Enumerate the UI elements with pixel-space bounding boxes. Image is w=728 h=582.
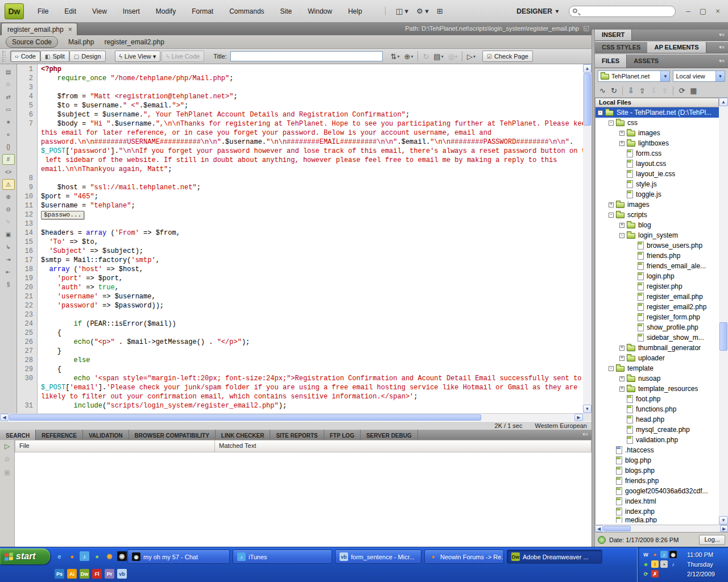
results-list[interactable] xyxy=(15,452,592,547)
design-view-button[interactable]: ▢Design xyxy=(69,51,106,62)
column-header-matched-text[interactable]: Matched Text xyxy=(215,440,592,452)
site-select[interactable]: TehPlanet.net ▼ xyxy=(598,70,670,82)
scroll-left-icon[interactable]: ◀ xyxy=(0,414,9,421)
tree-item[interactable]: -Site - TehPlanet.net (D:\TehPl... xyxy=(595,107,719,118)
search-input[interactable] xyxy=(569,6,676,17)
tree-vertical-scrollbar[interactable]: ▲ ▼ xyxy=(719,98,728,525)
menu-help[interactable]: Help xyxy=(340,5,370,18)
menu-file[interactable]: File xyxy=(30,5,56,18)
results-tab-link-checker[interactable]: LINK CHECKER xyxy=(216,430,271,440)
tree-item[interactable]: toggle.js xyxy=(595,189,719,199)
title-input[interactable] xyxy=(230,51,383,61)
task-word-doc[interactable]: vbform_sentence - Micr... xyxy=(335,550,421,564)
vb-messenger-icon[interactable]: vb xyxy=(117,569,127,579)
collapse-icon[interactable]: - xyxy=(609,213,614,218)
tree-item[interactable]: friends.php xyxy=(595,476,719,486)
close-button[interactable]: × xyxy=(713,7,722,15)
expand-icon[interactable]: + xyxy=(619,141,624,146)
synchronize-icon[interactable]: ⟳ xyxy=(679,86,685,95)
local-files-header[interactable]: Local Files xyxy=(595,98,719,107)
file-management-icon[interactable]: ⇅▾ xyxy=(391,52,400,61)
word-tray-icon[interactable]: W xyxy=(642,551,650,558)
alert-tray-icon[interactable]: ! xyxy=(651,560,659,568)
tree-item[interactable]: +uploader xyxy=(595,353,719,363)
results-tab-server-debug[interactable]: SERVER DEBUG xyxy=(361,430,418,440)
outdent-code-icon[interactable]: ⇤ xyxy=(2,267,15,277)
validate-markup-icon[interactable]: ▷▾ xyxy=(467,52,475,61)
highlight-invalid-code-icon[interactable]: <> xyxy=(2,167,15,177)
menu-site[interactable]: Site xyxy=(272,5,300,18)
results-tab-validation[interactable]: VALIDATION xyxy=(83,430,129,440)
code-view-button[interactable]: ‹›Code xyxy=(10,51,40,62)
tree-item[interactable]: +nusoap xyxy=(595,373,719,384)
tree-item[interactable]: sidebar_show_m... xyxy=(595,332,719,343)
tab-insert[interactable]: INSERT xyxy=(595,30,632,40)
tree-item[interactable]: -css xyxy=(595,118,719,128)
tree-item[interactable]: +template_resources xyxy=(595,384,719,394)
scroll-thumb[interactable] xyxy=(584,73,591,126)
menu-insert[interactable]: Insert xyxy=(115,5,148,18)
tree-item[interactable]: +images xyxy=(595,128,719,138)
media-tray-icon[interactable]: ● xyxy=(651,551,659,558)
run-search-icon[interactable]: ▷ xyxy=(5,442,10,450)
scroll-down-icon[interactable]: ▼ xyxy=(583,405,592,413)
expand-icon[interactable]: + xyxy=(619,386,624,392)
task-steam-chat[interactable]: ◉my oh my 57 - Chat xyxy=(127,550,230,564)
related-file-register-email2-php[interactable]: register_email2.php xyxy=(104,38,164,46)
tree-item[interactable]: head.php xyxy=(595,414,719,425)
open-documents-icon[interactable]: ▤ xyxy=(2,66,15,77)
results-tab-ftp-log[interactable]: FTP LOG xyxy=(324,430,361,440)
restore-button[interactable]: ▢ xyxy=(698,7,708,15)
itunes-icon[interactable]: ♪ xyxy=(80,551,89,561)
minimize-button[interactable]: – xyxy=(684,7,693,15)
tree-item[interactable]: layout_ie.css xyxy=(595,169,719,179)
collapse-selection-icon[interactable]: ▭ xyxy=(2,104,15,115)
scroll-up-icon[interactable]: ▲ xyxy=(583,64,592,73)
dreamweaver-icon[interactable]: Dw xyxy=(80,569,89,579)
preview-in-browser-icon[interactable]: ⊕▾ xyxy=(404,52,413,61)
panel-menu-icon[interactable]: ▾≡ xyxy=(715,55,728,68)
balance-braces-icon[interactable]: {} xyxy=(2,142,15,152)
get-files-icon[interactable]: ⇩ xyxy=(628,86,634,95)
extend-icon[interactable]: ⚙ ▾ xyxy=(416,7,429,15)
flash-icon[interactable]: Fl xyxy=(92,569,102,579)
photoshop-icon[interactable]: Ps xyxy=(55,569,64,579)
steam-icon[interactable]: ◉ xyxy=(117,551,127,561)
tree-item[interactable]: media.php xyxy=(595,517,719,523)
lock-tray-icon[interactable]: ▪ xyxy=(660,560,668,568)
column-header-file[interactable]: File xyxy=(15,440,215,452)
check-page-button[interactable]: ☑ Check Page xyxy=(482,51,533,62)
collapse-icon[interactable]: - xyxy=(609,120,614,126)
scroll-down-icon[interactable]: ▼ xyxy=(719,516,728,525)
chevron-down-icon[interactable]: ▼ xyxy=(660,71,669,81)
collapse-icon[interactable]: - xyxy=(619,233,624,238)
code-editor[interactable]: ▤⚙⇄▭∗«{}#<>⚠⊕⊖✎▣↳⇥⇤§ 1234567891011121314… xyxy=(0,64,592,413)
tree-item[interactable]: form.css xyxy=(595,148,719,159)
scroll-right-icon[interactable]: ▶ xyxy=(720,525,728,532)
tree-item[interactable]: index.php xyxy=(595,506,719,517)
results-tab-search[interactable]: SEARCH xyxy=(0,430,36,440)
tree-item[interactable]: functions.php xyxy=(595,404,719,414)
collapse-icon[interactable]: - xyxy=(609,366,614,371)
collapsed-code-fragment[interactable]: $passwo... xyxy=(41,211,84,219)
panel-menu-icon[interactable]: ▾≡ xyxy=(715,42,728,53)
cascade-icon[interactable]: ◱ xyxy=(584,24,589,32)
security-tray-icon[interactable]: ✗ xyxy=(651,570,659,577)
workspace-switcher[interactable]: DESIGNER ▾ xyxy=(512,6,563,17)
firefox-icon[interactable]: ● xyxy=(67,551,77,561)
move-css-icon[interactable]: ↳ xyxy=(2,242,15,252)
internet-explorer-icon[interactable]: e xyxy=(55,551,64,561)
expand-panel-icon[interactable]: ▦ xyxy=(690,86,697,95)
syntax-error-alerts-icon[interactable]: ⚠ xyxy=(2,179,15,190)
related-file-mail-php[interactable]: Mail.php xyxy=(68,38,94,46)
tree-horizontal-scrollbar[interactable]: ◀ ▶ xyxy=(595,525,728,532)
code-pane[interactable]: <?php require_once "/home/tehplane/php/M… xyxy=(38,64,583,413)
tree-item[interactable]: register_form.php xyxy=(595,312,719,322)
task-itunes[interactable]: ♪iTunes xyxy=(233,550,332,564)
results-tab-reference[interactable]: REFERENCE xyxy=(36,430,83,440)
tree-item[interactable]: +lightboxes xyxy=(595,138,719,148)
collapse-icon[interactable]: - xyxy=(598,110,603,115)
indent-code-icon[interactable]: ⇥ xyxy=(2,254,15,265)
split-view-button[interactable]: ◧Split xyxy=(40,51,69,62)
scroll-thumb[interactable] xyxy=(719,322,727,351)
